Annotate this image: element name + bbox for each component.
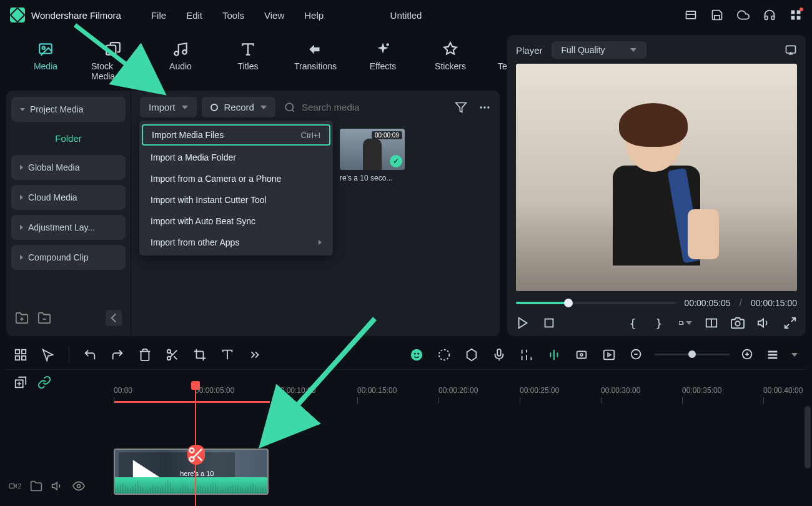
timeline-tracks[interactable]: 2 here's a 10 second joke becaus...: [6, 395, 806, 501]
menu-edit[interactable]: Edit: [186, 10, 202, 21]
sidebar-global-media[interactable]: Global Media: [11, 155, 126, 180]
timeline-scrollbar[interactable]: [805, 406, 811, 469]
tab-titles[interactable]: Titles: [220, 39, 276, 84]
track-view-dropdown[interactable]: [791, 348, 798, 362]
ruler-tick: 00:00:25:00: [520, 386, 559, 395]
import-instant-cutter[interactable]: Import with Instant Cutter Tool: [139, 189, 333, 211]
zoom-out-icon[interactable]: [630, 348, 643, 362]
more-icon[interactable]: [478, 101, 491, 114]
color-wheel-icon[interactable]: [437, 348, 451, 362]
sidebar-folder[interactable]: Folder: [11, 127, 126, 150]
cut-marker-icon[interactable]: [187, 445, 205, 465]
playback-mode-button[interactable]: [678, 316, 692, 330]
import-button[interactable]: Import: [140, 97, 197, 117]
mic-icon[interactable]: [492, 348, 506, 362]
filter-icon[interactable]: [455, 101, 467, 114]
redo-icon[interactable]: [111, 348, 124, 362]
svg-point-22: [480, 106, 482, 108]
time-separator: /: [740, 297, 742, 309]
collapse-sidebar-button[interactable]: [106, 310, 122, 326]
mute-icon[interactable]: [51, 480, 64, 492]
link-icon[interactable]: [37, 375, 51, 389]
submenu-icon: [319, 240, 322, 245]
sidebar-cloud-media[interactable]: Cloud Media: [11, 185, 126, 210]
layout-icon[interactable]: [685, 9, 697, 21]
camera-button[interactable]: [731, 316, 745, 330]
undo-icon[interactable]: [83, 348, 97, 362]
record-icon: [210, 104, 218, 111]
delete-icon[interactable]: [138, 348, 152, 362]
apps-icon[interactable]: [790, 9, 802, 21]
search-icon[interactable]: [284, 102, 295, 113]
folder-track-icon[interactable]: [30, 480, 42, 492]
headphones-icon[interactable]: [763, 9, 776, 21]
play-button[interactable]: [516, 316, 530, 330]
check-icon: ✓: [390, 155, 402, 167]
save-icon[interactable]: [711, 9, 723, 21]
display-mode-button[interactable]: [705, 316, 718, 330]
audio-mixer-icon[interactable]: [520, 348, 533, 362]
media-toolbar: Import Record: [140, 97, 491, 117]
quality-selector[interactable]: Full Quality: [552, 41, 646, 59]
import-camera-phone[interactable]: Import from a Camera or a Phone: [139, 168, 333, 189]
fullscreen-button[interactable]: [783, 316, 797, 330]
mark-in-button[interactable]: {: [626, 316, 640, 330]
menu-help[interactable]: Help: [304, 10, 324, 21]
keyframe-icon[interactable]: [575, 348, 588, 362]
delete-folder-icon[interactable]: [37, 311, 51, 325]
sidebar-adjustment-layer[interactable]: Adjustment Lay...: [11, 215, 126, 240]
tab-stickers[interactable]: Stickers: [422, 39, 478, 84]
svg-rect-35: [16, 349, 19, 353]
sidebar-project-media[interactable]: Project Media: [11, 97, 126, 122]
svg-rect-4: [791, 16, 795, 20]
import-other-apps[interactable]: Import from other Apps: [139, 232, 333, 253]
record-button[interactable]: Record: [202, 97, 275, 117]
mark-out-button[interactable]: }: [652, 316, 666, 330]
import-media-folder[interactable]: Import a Media Folder: [139, 147, 333, 168]
ai-icon[interactable]: [410, 348, 423, 362]
document-title: Untitled: [390, 10, 422, 21]
split-icon[interactable]: [166, 348, 179, 362]
marker-icon[interactable]: [465, 348, 478, 362]
tab-audio[interactable]: Audio: [152, 39, 209, 84]
text-icon[interactable]: [220, 348, 234, 362]
tab-media[interactable]: Media: [17, 39, 74, 84]
crop-icon[interactable]: [193, 348, 207, 362]
tab-effects[interactable]: Effects: [355, 39, 411, 84]
svg-point-23: [483, 106, 485, 108]
render-icon[interactable]: [602, 348, 616, 362]
cloud-icon[interactable]: [737, 9, 750, 21]
menu-view[interactable]: View: [264, 10, 284, 21]
magnet-icon[interactable]: [547, 348, 561, 362]
zoom-in-icon[interactable]: [741, 348, 755, 362]
apps-grid-icon[interactable]: [14, 348, 27, 362]
effects-icon: [375, 41, 391, 57]
menu-file[interactable]: File: [151, 10, 166, 21]
progress-track[interactable]: [516, 302, 676, 304]
stop-button[interactable]: [542, 316, 556, 330]
zoom-slider[interactable]: [655, 354, 730, 355]
media-item[interactable]: 00:00:09 ✓ re's a 10 seco...: [340, 129, 405, 182]
pointer-icon[interactable]: [41, 348, 55, 362]
menu-tools[interactable]: Tools: [222, 10, 244, 21]
import-media-files[interactable]: Import Media FilesCtrl+I: [142, 124, 330, 146]
visibility-icon[interactable]: [72, 480, 85, 492]
tab-stock-media[interactable]: Stock Media: [85, 39, 141, 84]
new-folder-icon[interactable]: [15, 311, 29, 325]
video-preview[interactable]: [516, 64, 797, 291]
volume-button[interactable]: [757, 316, 771, 330]
playhead[interactable]: [195, 382, 196, 506]
media-thumbnail: 00:00:09 ✓: [340, 129, 405, 170]
track-view-icon[interactable]: [766, 348, 780, 362]
import-auto-beat-sync[interactable]: Import with Auto Beat Sync: [139, 211, 333, 232]
track-header: 2: [6, 480, 85, 492]
tab-transitions[interactable]: Transitions: [287, 39, 344, 84]
video-track-icon[interactable]: 2: [9, 480, 21, 492]
snapshot-icon[interactable]: [785, 44, 797, 56]
svg-line-43: [170, 352, 172, 355]
sidebar-compound-clip[interactable]: Compound Clip: [11, 245, 126, 270]
more-tools-icon[interactable]: [248, 348, 262, 362]
search-input[interactable]: [302, 102, 389, 112]
add-track-icon[interactable]: [14, 375, 27, 389]
chevron-down-icon: [182, 106, 188, 109]
